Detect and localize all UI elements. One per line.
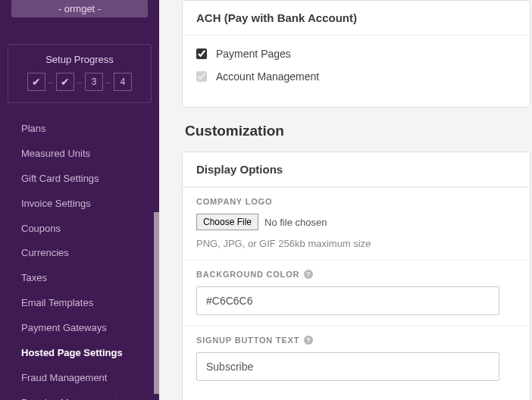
sidebar-item-email-templates[interactable]: Email Templates xyxy=(0,291,159,316)
help-icon[interactable]: ? xyxy=(304,270,313,279)
sidebar-item-gift-card[interactable]: Gift Card Settings xyxy=(0,167,159,192)
payment-pages-label: Payment Pages xyxy=(216,48,291,60)
sidebar-item-currencies[interactable]: Currencies xyxy=(0,241,159,266)
choose-file-button[interactable]: Choose File xyxy=(196,214,258,230)
ach-card-header: ACH (Pay with Bank Account) xyxy=(183,1,530,36)
account-mgmt-checkbox[interactable] xyxy=(196,71,207,82)
sidebar-item-plans[interactable]: Plans xyxy=(0,117,159,142)
payment-pages-checkbox[interactable] xyxy=(196,48,207,59)
display-options-card: Display Options COMPANY LOGO Choose File… xyxy=(182,152,530,400)
setup-progress-box: Setup Progress ✔ – ✔ – 3 – 4 xyxy=(8,44,152,103)
setup-step-3[interactable]: 3 xyxy=(85,73,103,91)
sidebar-item-fraud[interactable]: Fraud Management xyxy=(0,366,159,391)
sidebar-item-hosted-page[interactable]: Hosted Page Settings xyxy=(0,341,159,366)
sidebar-item-measured-units[interactable]: Measured Units xyxy=(0,142,159,167)
bg-color-label: BACKGROUND COLOR ? xyxy=(196,270,516,279)
bg-color-input[interactable] xyxy=(196,286,499,315)
help-icon[interactable]: ? xyxy=(304,336,313,345)
company-logo-label: COMPANY LOGO xyxy=(196,197,516,206)
setup-step-1[interactable]: ✔ xyxy=(27,73,45,91)
setup-step-2[interactable]: ✔ xyxy=(56,73,74,91)
signup-text-block: SIGNUP BUTTON TEXT ? xyxy=(183,326,530,392)
step-sep: – xyxy=(77,77,82,86)
file-picker-row: Choose File No file chosen xyxy=(196,214,516,230)
sidebar-item-payment-gateways[interactable]: Payment Gateways xyxy=(0,316,159,341)
file-hint: PNG, JPG, or GIF 256kb maximum size xyxy=(196,238,516,249)
sidebar-scrollbar[interactable] xyxy=(154,212,159,394)
customization-title: Customization xyxy=(182,123,532,139)
company-logo-block: COMPANY LOGO Choose File No file chosen … xyxy=(183,187,530,260)
signup-text-label-text: SIGNUP BUTTON TEXT xyxy=(196,336,299,345)
ach-option-account-mgmt[interactable]: Account Management xyxy=(196,70,516,83)
main-content: ACH (Pay with Bank Account) Payment Page… xyxy=(159,0,532,400)
account-mgmt-label: Account Management xyxy=(216,70,319,83)
step-sep: – xyxy=(106,77,111,86)
sidebar-menu: Plans Measured Units Gift Card Settings … xyxy=(0,117,159,400)
sidebar-item-coupons[interactable]: Coupons xyxy=(0,217,159,242)
company-logo-label-text: COMPANY LOGO xyxy=(196,197,272,206)
sidebar: - ormget - Setup Progress ✔ – ✔ – 3 – 4 … xyxy=(0,0,159,400)
ach-option-payment-pages[interactable]: Payment Pages xyxy=(196,48,516,60)
bg-color-block: BACKGROUND COLOR ? xyxy=(183,260,530,326)
signup-text-label: SIGNUP BUTTON TEXT ? xyxy=(196,336,516,345)
step-sep: – xyxy=(49,77,53,86)
setup-steps: ✔ – ✔ – 3 – 4 xyxy=(14,73,145,91)
display-options-header: Display Options xyxy=(183,152,530,187)
setup-progress-title: Setup Progress xyxy=(14,54,145,65)
file-status-text: No file chosen xyxy=(264,217,327,228)
bg-color-label-text: BACKGROUND COLOR xyxy=(196,270,299,279)
ach-card: ACH (Pay with Bank Account) Payment Page… xyxy=(182,0,530,108)
brand-bar: - ormget - xyxy=(11,0,148,17)
sidebar-item-dunning[interactable]: Dunning Management xyxy=(0,391,159,400)
sidebar-item-invoice[interactable]: Invoice Settings xyxy=(0,192,159,217)
setup-step-4[interactable]: 4 xyxy=(114,73,132,91)
signup-text-input[interactable] xyxy=(196,352,499,381)
sidebar-item-taxes[interactable]: Taxes xyxy=(0,266,159,291)
